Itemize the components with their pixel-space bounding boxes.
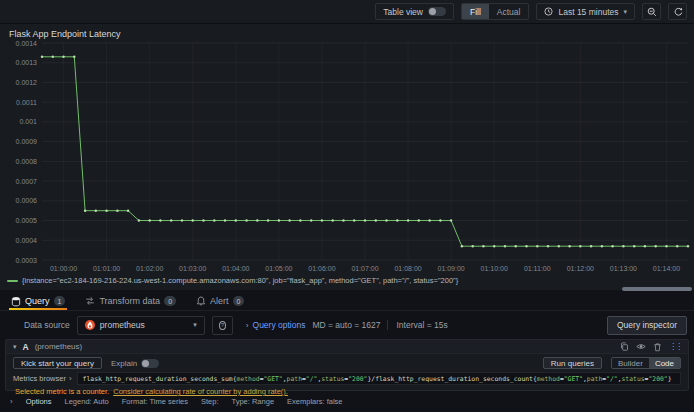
query-inspector-button[interactable]: Query inspector [607,316,687,335]
time-zoom-out-button[interactable] [642,3,661,20]
option-exemplars: Exemplars: false [287,397,342,406]
query-toolbar: Kick start your query Explain Run querie… [6,355,688,371]
datasource-label: Data source [24,320,70,330]
datasource-help-button[interactable]: ? [212,316,233,335]
option-type: Type: Range [232,397,275,406]
toggle-knob [142,360,149,367]
drag-handle-icon[interactable]: ⋮⋮ [669,343,681,351]
svg-text:01:06:00: 01:06:00 [308,265,335,272]
database-icon [11,296,21,307]
chevron-right-icon: › [69,374,72,383]
trash-icon[interactable] [653,342,662,352]
option-format: Format: Time series [122,397,188,406]
svg-text:01:08:00: 01:08:00 [394,265,421,272]
svg-text:01:13:00: 01:13:00 [610,265,637,272]
metrics-browser-toggle[interactable]: Metrics browser › [13,374,72,383]
options-toggle[interactable]: Options [26,397,52,406]
code-mode-button[interactable]: Code [649,358,680,368]
toggle-knob [429,8,436,15]
query-options-toggle[interactable]: › Query options [246,320,306,330]
svg-text:0.0008: 0.0008 [16,158,38,165]
query-options-label: Query options [253,320,306,330]
query-ref-id: A [23,342,29,352]
actual-button[interactable]: Actual [489,4,529,19]
explain-control: Explain [111,359,159,368]
legend-series-label[interactable]: {instance="ec2-184-169-216-224.us-west-1… [22,276,458,285]
time-range-picker[interactable]: Last 15 minutes ▾ [536,3,635,20]
svg-text:01:01:00: 01:01:00 [93,265,120,272]
tab-query-count: 1 [54,296,66,306]
metrics-browser-label: Metrics browser [13,374,66,383]
editor-mode-group: Builder Code [611,357,681,369]
collapse-chevron-icon[interactable]: ▾ [13,343,17,351]
time-range-label: Last 15 minutes [558,7,618,17]
tab-query-label: Query [25,296,50,306]
table-view-toggle[interactable] [428,7,446,16]
query-editor-row: Metrics browser › flask_http_request_dur… [13,372,681,385]
tab-alert[interactable]: Alert 0 [194,292,246,310]
table-view-label: Table view [383,7,423,17]
svg-text:01:11:00: 01:11:00 [524,265,551,272]
bell-icon [196,296,206,306]
svg-text:01:14:00: 01:14:00 [653,265,680,272]
datasource-value: prometheus [100,320,145,330]
svg-text:0.0005: 0.0005 [16,217,38,224]
svg-text:01:03:00: 01:03:00 [179,265,206,272]
svg-text:01:10:00: 01:10:00 [481,265,508,272]
tab-alert-label: Alert [210,296,229,306]
datasource-picker[interactable]: prometheus ▾ [77,316,205,335]
panel-title[interactable]: Flask App Endpoint Latency [9,29,121,39]
legend-series-swatch[interactable] [7,280,18,282]
svg-text:01:00:00: 01:00:00 [50,265,77,272]
kick-start-query-button[interactable]: Kick start your query [13,357,102,369]
question-mark-icon: ? [219,321,226,330]
copy-icon[interactable] [620,342,629,351]
refresh-button[interactable] [668,3,687,20]
option-step: Step: [201,397,219,406]
latency-chart[interactable]: 0.00140.00130.00120.00110.0010.00090.000… [0,24,694,274]
chevron-right-icon: › [246,321,249,330]
eye-icon[interactable] [636,342,646,351]
editor-tabbar: Query 1 Transform data 0 Alert 0 [0,292,694,311]
fill-button[interactable]: Fill [462,4,489,19]
run-queries-button[interactable]: Run queries [543,357,602,369]
svg-text:0.0011: 0.0011 [16,99,37,106]
svg-text:0.0013: 0.0013 [16,59,38,66]
svg-text:0.0003: 0.0003 [16,257,38,264]
svg-text:01:07:00: 01:07:00 [351,265,378,272]
svg-text:0.0007: 0.0007 [16,178,38,185]
scrollbar-thumb[interactable] [622,287,692,291]
chevron-down-icon: ▾ [623,8,627,16]
svg-text:0.0012: 0.0012 [16,79,38,86]
explain-toggle[interactable] [141,359,159,368]
option-legend: Legend: Auto [65,397,109,406]
svg-text:01:09:00: 01:09:00 [438,265,465,272]
chevron-down-icon: ▾ [193,321,197,329]
svg-text:0.0006: 0.0006 [16,197,38,204]
svg-text:0.0014: 0.0014 [16,40,38,47]
query-row-header[interactable]: ▾ A (prometheus) ⋮⋮ [6,340,688,354]
tab-transform-label: Transform data [99,296,160,306]
query-datasource-hint: (prometheus) [35,342,83,351]
transform-icon [85,296,95,306]
svg-text:0.0009: 0.0009 [16,138,38,145]
query-row-actions: ⋮⋮ [620,342,681,352]
clock-icon [544,7,553,16]
datasource-row: Data source prometheus ▾ ? › Query optio… [0,312,694,338]
legend: {instance="ec2-184-169-216-224.us-west-1… [7,276,458,285]
tab-query[interactable]: Query 1 [9,292,67,310]
latency-panel: Flask App Endpoint Latency 0.00140.00130… [0,24,694,290]
promql-expression[interactable]: flask_http_request_duration_seconds_sum{… [77,372,681,385]
explain-label: Explain [111,359,137,368]
svg-text:01:04:00: 01:04:00 [222,265,249,272]
max-data-points-readout: MD = auto = 1627 [312,320,380,330]
svg-text:01:12:00: 01:12:00 [567,265,594,272]
builder-mode-button[interactable]: Builder [612,358,649,368]
prometheus-icon [85,320,95,330]
tab-transform-data[interactable]: Transform data 0 [83,292,178,310]
query-options-footer: › Options Legend: Auto Format: Time seri… [10,395,694,407]
svg-text:01:02:00: 01:02:00 [136,265,163,272]
magnifier-minus-icon [647,7,657,17]
table-view-control[interactable]: Table view [375,3,454,20]
svg-text:01:05:00: 01:05:00 [265,265,292,272]
